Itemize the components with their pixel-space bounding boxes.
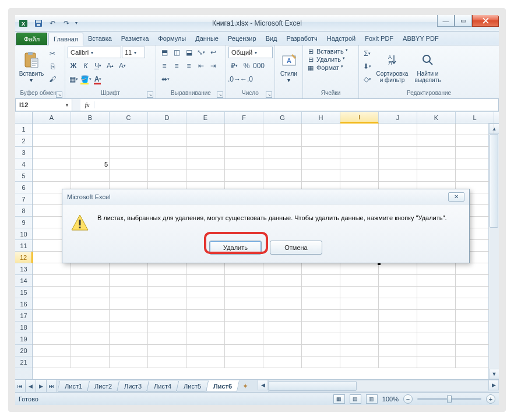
number-launcher[interactable]: ↘	[266, 91, 272, 98]
bold-button[interactable]: Ж	[68, 60, 79, 72]
col-header-K[interactable]: K	[417, 112, 456, 123]
clear-button[interactable]: ◇▾	[361, 73, 373, 85]
vscroll-thumb[interactable]	[490, 134, 498, 228]
sort-filter-button[interactable]: АЯ Сортировка и фильтр	[374, 47, 410, 87]
row-header-19[interactable]: 19	[15, 333, 32, 345]
sheet-nav-prev[interactable]: ◀	[26, 380, 36, 392]
delete-cells-button[interactable]: ⊟Удалить▾	[305, 56, 345, 63]
qat-undo-button[interactable]: ↶	[46, 17, 59, 30]
row-header-4[interactable]: 4	[15, 158, 32, 170]
excel-app-icon[interactable]: X	[17, 17, 29, 29]
tab-главная[interactable]: Главная	[48, 33, 83, 45]
col-header-H[interactable]: H	[302, 112, 340, 123]
autosum-button[interactable]: Σ▾	[361, 48, 373, 59]
tab-abbyy pdf[interactable]: ABBYY PDF	[398, 33, 443, 45]
col-header-B[interactable]: B	[71, 112, 110, 123]
hscroll-thumb[interactable]	[269, 381, 356, 391]
row-header-9[interactable]: 9	[15, 217, 32, 228]
copy-button[interactable]: ⎘	[47, 61, 58, 72]
orientation-button[interactable]: ⤡▾	[195, 47, 207, 58]
col-header-C[interactable]: C	[110, 112, 148, 123]
cell-B4[interactable]: 5	[71, 158, 110, 170]
number-format-combo[interactable]: Общий▾	[228, 47, 273, 58]
font-size-combo[interactable]: 11▾	[122, 47, 145, 58]
increase-decimal-button[interactable]: .0→	[228, 73, 240, 85]
sheet-tab-Лист3[interactable]: Лист3	[117, 381, 149, 392]
zoom-level[interactable]: 100%	[382, 396, 399, 403]
fx-button[interactable]: fx	[80, 101, 94, 108]
align-right-button[interactable]: ≡	[183, 60, 195, 72]
col-header-L[interactable]: L	[456, 112, 494, 123]
zoom-in-button[interactable]: +	[486, 394, 495, 404]
row-header-5[interactable]: 5	[15, 170, 32, 182]
row-header-20[interactable]: 20	[15, 345, 32, 357]
sheet-tab-Лист4[interactable]: Лист4	[146, 381, 179, 392]
decrease-decimal-button[interactable]: ←.0	[241, 73, 252, 85]
col-header-I[interactable]: I	[340, 112, 379, 123]
tab-надстрой[interactable]: Надстрой	[322, 33, 360, 45]
tab-рецензир[interactable]: Рецензир	[223, 33, 261, 45]
row-header-10[interactable]: 10	[15, 228, 32, 240]
decrease-indent-button[interactable]: ⇤	[195, 60, 207, 72]
wrap-text-button[interactable]: ↩	[207, 47, 219, 58]
row-header-17[interactable]: 17	[15, 310, 32, 322]
col-header-E[interactable]: E	[186, 112, 225, 123]
align-left-button[interactable]: ≡	[159, 60, 170, 72]
tab-foxit pdf[interactable]: Foxit PDF	[360, 33, 398, 45]
tab-разметка[interactable]: Разметка	[117, 33, 154, 45]
tab-file[interactable]: Файл	[16, 33, 47, 45]
align-bottom-button[interactable]: ⬓	[183, 47, 195, 58]
row-header-18[interactable]: 18	[15, 322, 32, 333]
row-header-3[interactable]: 3	[15, 147, 32, 158]
select-all-corner[interactable]	[15, 112, 33, 123]
row-header-21[interactable]: 21	[15, 357, 32, 368]
align-middle-button[interactable]: ◫	[171, 47, 182, 58]
col-header-A[interactable]: A	[33, 112, 71, 123]
alignment-launcher[interactable]: ↘	[217, 91, 223, 98]
horizontal-scrollbar[interactable]: ◀ ▶	[258, 380, 499, 392]
window-maximize-button[interactable]: ▭	[455, 15, 472, 27]
row-header-2[interactable]: 2	[15, 135, 32, 147]
paste-button[interactable]: Вставить▾	[17, 47, 45, 87]
sheet-nav-first[interactable]: ⏮	[15, 380, 26, 392]
scroll-down-button[interactable]: ▼	[489, 369, 499, 379]
zoom-slider[interactable]	[417, 398, 481, 400]
find-select-button[interactable]: Найти и выделить	[411, 47, 444, 87]
tab-вид[interactable]: Вид	[261, 33, 282, 45]
row-header-11[interactable]: 11	[15, 240, 32, 252]
format-painter-button[interactable]: 🖌	[47, 73, 58, 85]
col-header-F[interactable]: F	[225, 112, 263, 123]
sheet-tab-Лист6[interactable]: Лист6	[206, 380, 240, 392]
row-header-15[interactable]: 15	[15, 287, 32, 298]
font-name-combo[interactable]: Calibri▾	[68, 47, 121, 58]
qat-customize-dropdown[interactable]: ▾	[73, 20, 79, 26]
sheet-tab-Лист5[interactable]: Лист5	[176, 381, 209, 392]
decrease-font-button[interactable]: A▾	[117, 60, 128, 72]
col-header-G[interactable]: G	[263, 112, 302, 123]
row-header-1[interactable]: 1	[15, 123, 32, 135]
percent-button[interactable]: %	[241, 60, 252, 72]
row-header-14[interactable]: 14	[15, 275, 32, 287]
comma-button[interactable]: 000	[253, 60, 265, 72]
new-sheet-button[interactable]: ✦	[238, 380, 253, 392]
scroll-right-button[interactable]: ▶	[488, 380, 499, 390]
fill-color-button[interactable]: 🪣▾	[80, 73, 91, 85]
row-header-13[interactable]: 13	[15, 263, 32, 275]
col-header-J[interactable]: J	[379, 112, 417, 123]
row-header-12[interactable]: 12	[15, 252, 33, 263]
sheet-nav-next[interactable]: ▶	[36, 380, 47, 392]
view-page-layout-button[interactable]: ▤	[350, 394, 361, 404]
italic-button[interactable]: К	[80, 60, 91, 72]
view-page-break-button[interactable]: ▥	[366, 394, 378, 404]
fill-button[interactable]: ⬇▾	[361, 61, 373, 72]
col-header-D[interactable]: D	[148, 112, 186, 123]
increase-indent-button[interactable]: ⇥	[207, 60, 219, 72]
vertical-scrollbar[interactable]: ▲ ▼	[488, 123, 499, 379]
window-close-button[interactable]	[472, 15, 499, 27]
row-header-7[interactable]: 7	[15, 193, 32, 205]
dialog-ok-button[interactable]: Удалить	[209, 241, 262, 255]
cut-button[interactable]: ✂	[47, 48, 58, 59]
dialog-close-button[interactable]: ✕	[448, 192, 464, 202]
font-launcher[interactable]: ↘	[147, 91, 153, 98]
view-normal-button[interactable]: ▦	[333, 394, 345, 404]
